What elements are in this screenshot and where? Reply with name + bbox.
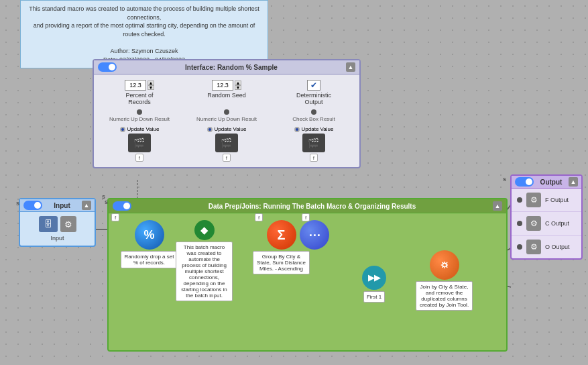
interface-panel-content: ▲ ▼ Percent ofRecords ▲ ▼ Random Seed bbox=[94, 74, 359, 167]
output-toggle[interactable] bbox=[515, 177, 534, 187]
input-body: 🗄 ⚙ Input bbox=[20, 212, 95, 246]
input-header: Input ▲ bbox=[20, 199, 95, 212]
output-f-gear[interactable]: ⚙ bbox=[526, 193, 541, 207]
seed-update-label: Update Value bbox=[215, 126, 247, 132]
input-gear-icon[interactable]: ⚙ bbox=[60, 216, 76, 232]
interface-row-2: Numeric Up Down Result Numeric Up Down R… bbox=[99, 109, 354, 122]
output-collapse-btn[interactable]: ▲ bbox=[569, 177, 578, 187]
percent-tool-row: Update Value bbox=[120, 126, 160, 132]
batch-macro-tooltip: This batch macro was created to automate… bbox=[176, 242, 233, 301]
input-title: Input bbox=[54, 202, 70, 209]
dataprep-collapse-btn[interactable]: ▲ bbox=[493, 201, 502, 211]
output-o-gear[interactable]: ⚙ bbox=[526, 240, 541, 254]
percent-tool-group: Update Value 🎬 f bbox=[120, 126, 160, 162]
desc-author: Author: Szymon Czuszek bbox=[110, 48, 178, 54]
desc-line2: and providing a report of the most optim… bbox=[34, 22, 255, 38]
input-label: Input bbox=[50, 235, 64, 242]
seed-connector: Numeric Up Down Result bbox=[193, 109, 260, 122]
first-tooltip: First 1 bbox=[363, 291, 385, 303]
s-mark-dataprep: s bbox=[105, 199, 108, 205]
summarize-f-badge: f bbox=[255, 213, 263, 221]
percent-tool-icon: 🎬 bbox=[128, 134, 151, 152]
percent-dot bbox=[137, 109, 142, 115]
percent-input[interactable] bbox=[125, 80, 146, 91]
db-icon-symbol: 🗄 bbox=[44, 219, 52, 229]
percent-update-label: Update Value bbox=[127, 126, 160, 132]
percent-records-item: ▲ ▼ Percent ofRecords bbox=[106, 80, 173, 105]
batch-macro-icon: ◆ bbox=[194, 220, 215, 240]
interface-collapse-btn[interactable]: ▲ bbox=[346, 62, 355, 72]
percent-f-badge: f bbox=[135, 154, 143, 162]
interface-panel: Interface: Random % Sample ▲ ▲ ▼ Percent… bbox=[93, 59, 361, 168]
connect-tool[interactable]: ⋯ bbox=[300, 220, 329, 250]
seed-f-badge: f bbox=[223, 154, 231, 162]
output-o-dot bbox=[517, 244, 522, 250]
seed-tool-group: Update Value 🎬 f bbox=[207, 126, 247, 162]
first-icon: ▶▶ bbox=[362, 266, 386, 290]
dataprep-header: Data Prep/Joins: Running The Batch Macro… bbox=[109, 199, 506, 213]
seed-tool-icon: 🎬 bbox=[215, 134, 238, 152]
output-o-row: ⚙ O Output bbox=[512, 236, 581, 258]
checkbox-f-badge: f bbox=[310, 154, 318, 162]
deterministic-checkbox[interactable]: ✔ bbox=[307, 80, 320, 91]
output-header: Output ▲ bbox=[512, 176, 581, 189]
seed-tool-row: Update Value bbox=[207, 126, 247, 132]
interface-toggle[interactable] bbox=[98, 62, 117, 72]
input-collapse-btn[interactable]: ▲ bbox=[82, 201, 91, 210]
connect-f-badge: f bbox=[302, 213, 310, 221]
connect-icon: ⋯ bbox=[300, 220, 329, 250]
output-c-gear[interactable]: ⚙ bbox=[526, 216, 541, 231]
percent-connector: Numeric Up Down Result bbox=[106, 109, 173, 122]
summarize-icon: Σ bbox=[267, 220, 296, 250]
percent-label: Percent ofRecords bbox=[125, 92, 153, 105]
deterministic-label: DeterministicOutput bbox=[296, 92, 331, 105]
seed-input[interactable] bbox=[212, 80, 233, 91]
seed-down-arrow[interactable]: ▼ bbox=[235, 85, 241, 90]
output-title: Output bbox=[540, 178, 563, 186]
input-db-icon: 🗄 bbox=[39, 216, 58, 232]
random-sample-tool[interactable]: % Randomly drop a set % of records. bbox=[121, 220, 178, 268]
seed-connector-dot bbox=[207, 127, 213, 132]
checkbox-connector-dot bbox=[294, 127, 300, 132]
seed-up-arrow[interactable]: ▲ bbox=[235, 81, 241, 85]
output-f-row: ⚙ F Output bbox=[512, 189, 581, 212]
checkbox-dot bbox=[311, 109, 316, 115]
deterministic-item: ✔ DeterministicOutput bbox=[280, 80, 347, 105]
output-c-row: ⚙ C Output bbox=[512, 212, 581, 236]
batch-macro-tool[interactable]: ◆ This batch macro was created to automa… bbox=[176, 220, 233, 301]
checkbox-tool-group: Update Value 🎬 f bbox=[294, 126, 334, 162]
checkbox-update-label: Update Value bbox=[302, 126, 334, 132]
percent-connector-dot bbox=[120, 127, 125, 132]
random-sample-tooltip: Randomly drop a set % of records. bbox=[121, 251, 178, 268]
input-tools: 🗄 ⚙ bbox=[39, 216, 76, 232]
input-toggle[interactable] bbox=[23, 201, 42, 210]
seed-numeric-box: ▲ ▼ bbox=[212, 80, 241, 91]
s-mark-output: s bbox=[503, 176, 506, 182]
summarize-tooltip: Group By City & State, Sum Distance Mile… bbox=[253, 251, 310, 274]
output-c-label: C Output bbox=[545, 220, 569, 227]
film-icon-3: 🎬 bbox=[308, 138, 319, 148]
seed-result-label: Numeric Up Down Result bbox=[196, 116, 257, 122]
dataprep-toggle[interactable] bbox=[113, 201, 131, 211]
join-tool[interactable]: ⛭ Join by City & State, and remove the d… bbox=[416, 250, 473, 311]
description-box: This standard macro was created to autom… bbox=[20, 0, 268, 68]
output-f-dot bbox=[517, 197, 522, 203]
seed-spin-arrows: ▲ ▼ bbox=[235, 81, 241, 90]
checkbox-connector: Check Box Result bbox=[280, 109, 347, 122]
interface-panel-title: Interface: Random % Sample bbox=[185, 64, 278, 71]
first-tool[interactable]: ▶▶ First 1 bbox=[362, 266, 386, 303]
seed-dot bbox=[224, 109, 229, 115]
percent-numeric-box: ▲ ▼ bbox=[125, 80, 154, 91]
dataprep-f-badge: f bbox=[111, 213, 119, 221]
interface-panel-header: Interface: Random % Sample ▲ bbox=[94, 60, 359, 74]
interface-row-3: Update Value 🎬 f Update Value 🎬 f bbox=[99, 126, 354, 162]
percent-down-arrow[interactable]: ▼ bbox=[148, 85, 154, 90]
output-panel: Output ▲ ⚙ F Output ⚙ C Output ⚙ O Outpu… bbox=[510, 174, 583, 260]
percent-up-arrow[interactable]: ▲ bbox=[148, 81, 154, 85]
random-sample-icon: % bbox=[135, 220, 164, 250]
percent-spin-arrows: ▲ ▼ bbox=[148, 81, 154, 90]
output-c-dot bbox=[517, 221, 522, 226]
s-mark-input: s bbox=[16, 200, 19, 207]
join-tooltip: Join by City & State, and remove the dup… bbox=[416, 281, 473, 311]
output-o-label: O Output bbox=[545, 244, 570, 250]
